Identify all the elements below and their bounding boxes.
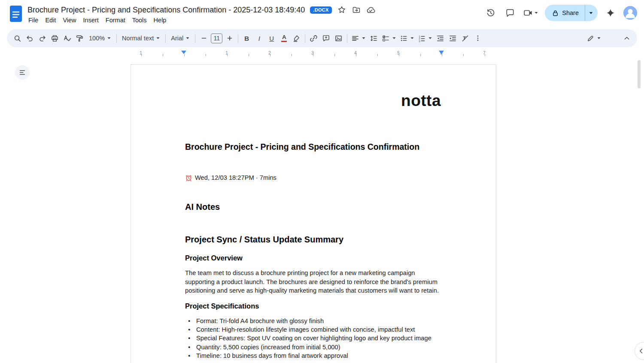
subheading-project-specifications[interactable]: Project Specifications (185, 301, 441, 311)
ruler-label: 1 (140, 51, 142, 55)
menu-edit[interactable]: Edit (42, 16, 59, 24)
clear-formatting-icon: T (461, 34, 469, 42)
list-item-text: Content: High-resolution lifestyle image… (196, 325, 415, 334)
editing-mode-select[interactable] (583, 32, 604, 45)
document-page[interactable]: notta Brochure Project - Pricing and Spe… (131, 64, 496, 363)
menu-view[interactable]: View (59, 16, 79, 24)
ruler[interactable]: 1 1 2 3 4 5 6 7 (0, 50, 644, 58)
overview-paragraph[interactable]: The team met to discuss a brochure print… (185, 269, 441, 295)
header: Brochure Project - Pricing and Specifica… (0, 0, 644, 27)
menu-file[interactable]: File (25, 16, 42, 24)
font-select[interactable]: Arial (168, 32, 193, 45)
minus-icon (200, 35, 207, 42)
clear-formatting-button[interactable]: T (459, 32, 471, 45)
menu-insert[interactable]: Insert (80, 16, 102, 24)
toolbar-separator (195, 34, 195, 43)
docx-badge: .DOCX (310, 6, 331, 14)
doc-heading-title[interactable]: Brochure Project - Pricing and Specifica… (185, 141, 441, 152)
redo-button[interactable] (36, 32, 49, 45)
line-spacing-button[interactable] (368, 32, 380, 45)
docs-logo-icon[interactable] (9, 5, 23, 23)
share-button[interactable]: Share (545, 5, 598, 21)
hide-menus-button[interactable] (620, 32, 633, 45)
google-docs-app: Brochure Project - Pricing and Specifica… (0, 0, 644, 363)
underline-button[interactable]: U (265, 32, 278, 45)
list-item[interactable]: ● Content: High-resolution lifestyle ima… (185, 325, 441, 334)
bold-button[interactable]: B (240, 32, 253, 45)
decrease-font-size-button[interactable] (197, 32, 210, 45)
link-icon (310, 34, 318, 42)
spell-check-icon (63, 34, 71, 42)
bulleted-list-button[interactable] (398, 32, 416, 45)
list-item[interactable]: ● Quantity: 5,500 copies (increased from… (185, 343, 441, 351)
search-icon (13, 34, 21, 42)
share-main[interactable]: Share (545, 5, 585, 21)
line-spacing-icon (370, 34, 378, 42)
meeting-meta-text: Wed, 12/03 18:27PM · 7mins (195, 173, 276, 182)
align-left-icon (351, 34, 359, 42)
cloud-status-icon[interactable] (366, 5, 376, 15)
align-caret-icon (361, 36, 366, 40)
italic-button[interactable]: I (253, 32, 265, 45)
toolbar-separator (116, 34, 117, 43)
list-item-text: Special Features: Spot UV coating on cov… (196, 334, 431, 342)
list-item-text: Timeline: 10 business days from final ar… (196, 351, 348, 360)
document-title[interactable]: Brochure Project - Pricing and Specifica… (27, 6, 305, 15)
subheading-project-overview[interactable]: Project Overview (185, 253, 441, 263)
alarm-clock-emoji-icon (185, 174, 192, 182)
document-outline-button[interactable] (15, 65, 30, 80)
left-indent-marker[interactable] (181, 51, 186, 54)
list-item[interactable]: ● Format: Tri-fold A4 brochure with glos… (185, 317, 441, 325)
meeting-meta-line[interactable]: Wed, 12/03 18:27PM · 7mins (185, 173, 441, 182)
print-button[interactable] (49, 32, 61, 45)
highlight-color-button[interactable] (290, 32, 303, 45)
paint-format-icon (76, 34, 84, 42)
heading-ai-notes[interactable]: AI Notes (185, 201, 441, 212)
gemini-spark-icon[interactable] (604, 6, 617, 19)
spell-check-button[interactable] (61, 32, 73, 45)
increase-indent-button[interactable] (447, 32, 459, 45)
font-caret-icon (185, 36, 190, 40)
add-comment-button[interactable] (320, 32, 332, 45)
styles-select[interactable]: Normal text (119, 32, 163, 45)
numbered-list-caret-icon (428, 36, 432, 40)
comments-icon[interactable] (504, 6, 516, 19)
undo-button[interactable] (24, 32, 36, 45)
svg-text:3: 3 (419, 39, 420, 42)
numbered-list-button[interactable]: 1 2 3 (416, 32, 434, 45)
vertical-scrollbar-thumb[interactable] (638, 60, 641, 88)
decrease-indent-button[interactable] (434, 32, 447, 45)
more-toolbar-options-button[interactable] (471, 32, 484, 45)
align-button[interactable] (349, 32, 368, 45)
menu-tools[interactable]: Tools (129, 16, 150, 24)
avatar[interactable] (623, 6, 637, 20)
video-options-caret-icon (534, 11, 538, 15)
share-dropdown-button[interactable] (585, 5, 598, 21)
version-history-icon[interactable] (484, 6, 497, 19)
bullet-marker: ● (185, 325, 196, 334)
checklist-button[interactable] (380, 32, 398, 45)
text-color-icon: A (281, 34, 287, 42)
side-panel-chevron-button[interactable] (635, 342, 644, 360)
insert-link-button[interactable] (307, 32, 320, 45)
move-folder-icon[interactable] (352, 5, 361, 15)
font-size-input[interactable]: 11 (211, 33, 222, 43)
bullet-marker: ● (185, 334, 196, 342)
right-indent-marker[interactable] (439, 51, 444, 54)
list-item[interactable]: ● Special Features: Spot UV coating on c… (185, 334, 441, 342)
list-item[interactable]: ● Timeline: 10 business days from final … (185, 351, 441, 360)
decrease-indent-icon (436, 34, 444, 42)
menu-format[interactable]: Format (102, 16, 129, 24)
add-comment-icon (322, 34, 330, 42)
increase-font-size-button[interactable] (223, 32, 236, 45)
bullet-marker: ● (185, 343, 196, 351)
menu-help[interactable]: Help (150, 16, 170, 24)
video-call-button[interactable] (523, 8, 538, 18)
insert-image-button[interactable] (332, 32, 345, 45)
paint-format-button[interactable] (73, 32, 86, 45)
zoom-select[interactable]: 100% (86, 32, 114, 45)
heading-summary[interactable]: Project Sync / Status Update Summary (185, 234, 441, 245)
search-menus-button[interactable] (11, 32, 24, 45)
star-icon[interactable] (337, 5, 346, 15)
text-color-button[interactable]: A (278, 32, 290, 45)
